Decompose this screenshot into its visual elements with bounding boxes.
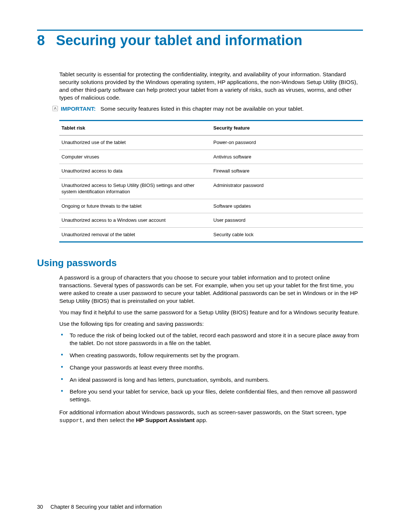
- page-number: 30: [37, 504, 43, 510]
- cell-risk: Ongoing or future threats to the tablet: [59, 199, 211, 213]
- cell-feature: Security cable lock: [211, 227, 363, 242]
- cell-feature: Administrator password: [211, 178, 363, 199]
- footer-text: Chapter 8 Securing your tablet and infor…: [50, 504, 162, 510]
- table-row: Unauthorized access to Setup Utility (BI…: [59, 178, 363, 199]
- chapter-number: 8: [37, 33, 45, 47]
- table-row: Ongoing or future threats to the tablet …: [59, 199, 363, 213]
- cell-risk: Unauthorized access to Setup Utility (BI…: [59, 178, 211, 199]
- cell-risk: Unauthorized access to data: [59, 164, 211, 178]
- page-container: 8 Securing your tablet and information T…: [0, 0, 400, 532]
- list-item: When creating passwords, follow requirem…: [59, 352, 363, 359]
- table-row: Unauthorized use of the tablet Power-on …: [59, 135, 363, 150]
- cell-risk: Unauthorized access to a Windows user ac…: [59, 213, 211, 228]
- list-item: To reduce the risk of being locked out o…: [59, 332, 363, 347]
- table-row: Unauthorized access to data Firewall sof…: [59, 164, 363, 178]
- intro-paragraph: Tablet security is essential for protect…: [59, 71, 363, 102]
- cell-feature: Software updates: [211, 199, 363, 213]
- risk-table: Tablet risk Security feature Unauthorize…: [59, 120, 363, 242]
- svg-rect-0: [53, 106, 58, 111]
- tips-list: To reduce the risk of being locked out o…: [59, 332, 363, 404]
- p4-mid: , and then select the: [83, 417, 136, 423]
- cell-risk: Unauthorized use of the tablet: [59, 135, 211, 150]
- p4-bold-app: HP Support Assistant: [136, 417, 194, 423]
- table-header-row: Tablet risk Security feature: [59, 121, 363, 135]
- section-body: A password is a group of characters that…: [59, 274, 363, 425]
- important-note: IMPORTANT: Some security features listed…: [52, 105, 363, 114]
- p4-post: app.: [194, 417, 207, 423]
- cell-risk: Unauthorized removal of the tablet: [59, 227, 211, 242]
- list-item: Change your passwords at least every thr…: [59, 364, 363, 372]
- section-p2: You may find it helpful to use the same …: [59, 309, 363, 317]
- chapter-heading: 8 Securing your tablet and information: [37, 33, 363, 48]
- section-heading-using-passwords: Using passwords: [37, 257, 363, 269]
- section-p4: For additional information about Windows…: [59, 409, 363, 425]
- list-item: Before you send your tablet for service,…: [59, 388, 363, 404]
- table-row: Computer viruses Antivirus software: [59, 150, 363, 164]
- col-header-feature: Security feature: [211, 121, 363, 135]
- chapter-top-rule: [37, 30, 363, 31]
- cell-feature: Firewall software: [211, 164, 363, 178]
- important-text: IMPORTANT: Some security features listed…: [61, 105, 304, 113]
- p4-code: support: [59, 418, 83, 424]
- page-footer: 30 Chapter 8 Securing your tablet and in…: [37, 504, 162, 510]
- table-row: Unauthorized access to a Windows user ac…: [59, 213, 363, 228]
- p4-pre: For additional information about Windows…: [59, 409, 346, 415]
- body-content: Tablet security is essential for protect…: [59, 71, 363, 243]
- chapter-title: Securing your tablet and information: [56, 33, 302, 48]
- important-body: Some security features listed in this ch…: [100, 106, 304, 112]
- cell-feature: User password: [211, 213, 363, 228]
- important-icon: [52, 105, 59, 114]
- table-row: Unauthorized removal of the tablet Secur…: [59, 227, 363, 242]
- cell-feature: Power-on password: [211, 135, 363, 150]
- section-p3: Use the following tips for creating and …: [59, 320, 363, 328]
- section-p1: A password is a group of characters that…: [59, 274, 363, 305]
- cell-risk: Computer viruses: [59, 150, 211, 164]
- important-label: IMPORTANT:: [61, 106, 96, 112]
- col-header-risk: Tablet risk: [59, 121, 211, 135]
- list-item: An ideal password is long and has letter…: [59, 376, 363, 384]
- cell-feature: Antivirus software: [211, 150, 363, 164]
